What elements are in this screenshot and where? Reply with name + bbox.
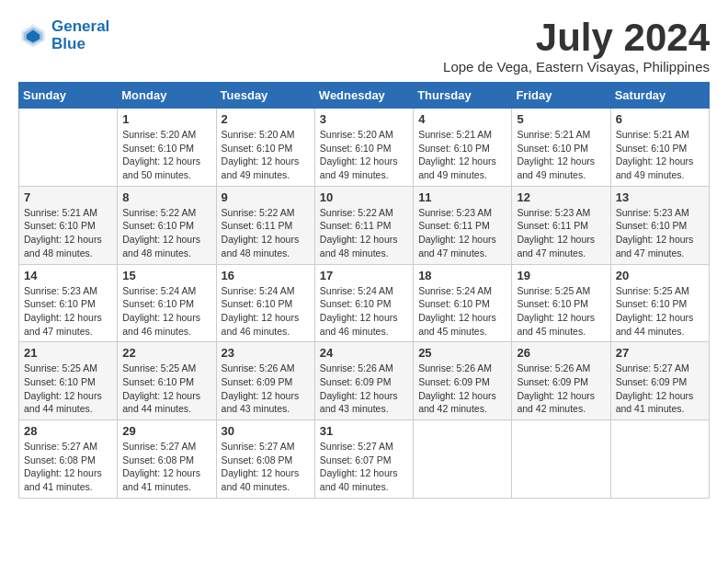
day-number: 6	[616, 112, 704, 126]
day-number: 11	[418, 190, 506, 204]
location: Lope de Vega, Eastern Visayas, Philippin…	[443, 59, 710, 75]
calendar-cell: 8Sunrise: 5:22 AMSunset: 6:10 PMDaylight…	[118, 186, 216, 264]
calendar-cell	[610, 420, 709, 499]
month-title: July 2024	[443, 18, 710, 57]
day-number: 12	[517, 190, 605, 204]
calendar-cell: 9Sunrise: 5:22 AMSunset: 6:11 PMDaylight…	[216, 186, 314, 264]
calendar-cell: 25Sunrise: 5:26 AMSunset: 6:09 PMDayligh…	[414, 342, 512, 420]
calendar-cell: 30Sunrise: 5:27 AMSunset: 6:08 PMDayligh…	[216, 420, 314, 499]
day-info: Sunrise: 5:22 AMSunset: 6:11 PMDaylight:…	[222, 206, 310, 260]
day-number: 9	[222, 190, 310, 204]
calendar-cell: 20Sunrise: 5:25 AMSunset: 6:10 PMDayligh…	[610, 264, 709, 342]
calendar-cell: 13Sunrise: 5:23 AMSunset: 6:10 PMDayligh…	[610, 186, 709, 264]
day-info: Sunrise: 5:27 AMSunset: 6:07 PMDaylight:…	[320, 440, 408, 494]
day-number: 7	[24, 190, 112, 204]
calendar-cell: 22Sunrise: 5:25 AMSunset: 6:10 PMDayligh…	[118, 342, 216, 420]
calendar-cell: 6Sunrise: 5:21 AMSunset: 6:10 PMDaylight…	[610, 109, 709, 187]
day-info: Sunrise: 5:26 AMSunset: 6:09 PMDaylight:…	[517, 362, 605, 416]
day-number: 10	[320, 190, 408, 204]
day-info: Sunrise: 5:27 AMSunset: 6:08 PMDaylight:…	[24, 440, 112, 494]
day-number: 14	[24, 269, 112, 282]
calendar-week-4: 21Sunrise: 5:25 AMSunset: 6:10 PMDayligh…	[19, 342, 710, 420]
logo: General Blue	[18, 18, 109, 52]
day-number: 5	[517, 112, 605, 126]
day-info: Sunrise: 5:25 AMSunset: 6:10 PMDaylight:…	[24, 362, 112, 416]
day-info: Sunrise: 5:20 AMSunset: 6:10 PMDaylight:…	[320, 128, 408, 182]
day-number: 24	[320, 346, 408, 360]
day-number: 30	[222, 424, 310, 438]
day-info: Sunrise: 5:24 AMSunset: 6:10 PMDaylight:…	[418, 284, 506, 339]
calendar-cell: 26Sunrise: 5:26 AMSunset: 6:09 PMDayligh…	[512, 342, 610, 420]
calendar-week-5: 28Sunrise: 5:27 AMSunset: 6:08 PMDayligh…	[19, 420, 710, 499]
day-info: Sunrise: 5:25 AMSunset: 6:10 PMDaylight:…	[122, 362, 210, 416]
calendar-cell: 17Sunrise: 5:24 AMSunset: 6:10 PMDayligh…	[314, 264, 413, 342]
day-info: Sunrise: 5:24 AMSunset: 6:10 PMDaylight:…	[320, 284, 408, 339]
day-info: Sunrise: 5:23 AMSunset: 6:10 PMDaylight:…	[616, 206, 704, 260]
calendar-cell: 28Sunrise: 5:27 AMSunset: 6:08 PMDayligh…	[19, 420, 118, 499]
day-number: 1	[122, 112, 210, 126]
calendar-header-row: Sunday Monday Tuesday Wednesday Thursday…	[19, 83, 710, 109]
calendar-week-2: 7Sunrise: 5:21 AMSunset: 6:10 PMDaylight…	[19, 186, 710, 264]
col-tuesday: Tuesday	[216, 83, 314, 109]
col-monday: Monday	[118, 83, 216, 109]
calendar-cell: 15Sunrise: 5:24 AMSunset: 6:10 PMDayligh…	[118, 264, 216, 342]
day-number: 22	[122, 346, 210, 360]
calendar-cell: 1Sunrise: 5:20 AMSunset: 6:10 PMDaylight…	[118, 109, 216, 187]
col-thursday: Thursday	[414, 83, 512, 109]
col-wednesday: Wednesday	[314, 83, 413, 109]
day-number: 26	[517, 346, 605, 360]
calendar-cell	[414, 420, 512, 499]
page-header: General Blue July 2024 Lope de Vega, Eas…	[18, 18, 710, 75]
day-info: Sunrise: 5:27 AMSunset: 6:08 PMDaylight:…	[222, 440, 310, 494]
day-info: Sunrise: 5:23 AMSunset: 6:10 PMDaylight:…	[24, 284, 112, 339]
day-info: Sunrise: 5:26 AMSunset: 6:09 PMDaylight:…	[320, 362, 408, 416]
day-number: 18	[418, 269, 506, 282]
calendar-table: Sunday Monday Tuesday Wednesday Thursday…	[18, 82, 710, 499]
day-info: Sunrise: 5:27 AMSunset: 6:08 PMDaylight:…	[122, 440, 210, 494]
day-number: 2	[222, 112, 310, 126]
day-number: 16	[222, 269, 310, 282]
day-info: Sunrise: 5:23 AMSunset: 6:11 PMDaylight:…	[517, 206, 605, 260]
day-info: Sunrise: 5:21 AMSunset: 6:10 PMDaylight:…	[616, 128, 704, 182]
col-friday: Friday	[512, 83, 610, 109]
calendar-cell: 27Sunrise: 5:27 AMSunset: 6:09 PMDayligh…	[610, 342, 709, 420]
day-info: Sunrise: 5:21 AMSunset: 6:10 PMDaylight:…	[517, 128, 605, 182]
day-number: 21	[24, 346, 112, 360]
day-info: Sunrise: 5:26 AMSunset: 6:09 PMDaylight:…	[418, 362, 506, 416]
calendar-cell: 5Sunrise: 5:21 AMSunset: 6:10 PMDaylight…	[512, 109, 610, 187]
calendar-cell: 21Sunrise: 5:25 AMSunset: 6:10 PMDayligh…	[19, 342, 118, 420]
day-number: 8	[122, 190, 210, 204]
day-number: 13	[616, 190, 704, 204]
day-info: Sunrise: 5:20 AMSunset: 6:10 PMDaylight:…	[122, 128, 210, 182]
day-info: Sunrise: 5:25 AMSunset: 6:10 PMDaylight:…	[616, 284, 704, 339]
day-number: 3	[320, 112, 408, 126]
calendar-cell: 18Sunrise: 5:24 AMSunset: 6:10 PMDayligh…	[414, 264, 512, 342]
day-info: Sunrise: 5:23 AMSunset: 6:11 PMDaylight:…	[418, 206, 506, 260]
calendar-cell	[19, 109, 118, 187]
day-info: Sunrise: 5:26 AMSunset: 6:09 PMDaylight:…	[222, 362, 310, 416]
calendar-cell: 3Sunrise: 5:20 AMSunset: 6:10 PMDaylight…	[314, 109, 413, 187]
day-number: 4	[418, 112, 506, 126]
day-number: 17	[320, 269, 408, 282]
day-info: Sunrise: 5:27 AMSunset: 6:09 PMDaylight:…	[616, 362, 704, 416]
day-number: 28	[24, 424, 112, 438]
calendar-cell: 16Sunrise: 5:24 AMSunset: 6:10 PMDayligh…	[216, 264, 314, 342]
day-info: Sunrise: 5:22 AMSunset: 6:10 PMDaylight:…	[122, 206, 210, 260]
day-number: 20	[616, 269, 704, 282]
calendar-cell: 19Sunrise: 5:25 AMSunset: 6:10 PMDayligh…	[512, 264, 610, 342]
col-saturday: Saturday	[610, 83, 709, 109]
calendar-week-3: 14Sunrise: 5:23 AMSunset: 6:10 PMDayligh…	[19, 264, 710, 342]
calendar-week-1: 1Sunrise: 5:20 AMSunset: 6:10 PMDaylight…	[19, 109, 710, 187]
calendar-cell: 7Sunrise: 5:21 AMSunset: 6:10 PMDaylight…	[19, 186, 118, 264]
calendar-cell: 12Sunrise: 5:23 AMSunset: 6:11 PMDayligh…	[512, 186, 610, 264]
day-info: Sunrise: 5:24 AMSunset: 6:10 PMDaylight:…	[222, 284, 310, 339]
col-sunday: Sunday	[19, 83, 118, 109]
calendar-cell: 4Sunrise: 5:21 AMSunset: 6:10 PMDaylight…	[414, 109, 512, 187]
calendar-cell	[512, 420, 610, 499]
day-number: 23	[222, 346, 310, 360]
calendar-cell: 31Sunrise: 5:27 AMSunset: 6:07 PMDayligh…	[314, 420, 413, 499]
calendar-cell: 14Sunrise: 5:23 AMSunset: 6:10 PMDayligh…	[19, 264, 118, 342]
calendar-cell: 10Sunrise: 5:22 AMSunset: 6:11 PMDayligh…	[314, 186, 413, 264]
logo-icon	[18, 21, 48, 51]
calendar-cell: 24Sunrise: 5:26 AMSunset: 6:09 PMDayligh…	[314, 342, 413, 420]
